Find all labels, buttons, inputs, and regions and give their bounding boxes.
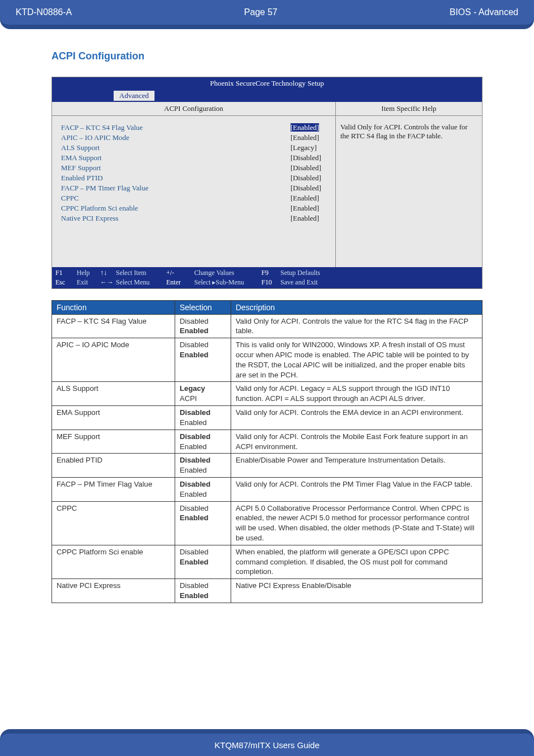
table-body: FACP – KTC S4 Flag ValueDisabledEnabledV… bbox=[52, 314, 483, 603]
table-row: Native PCI ExpressDisabledEnabledNative … bbox=[52, 579, 483, 603]
bios-item-label: APIC – IO APIC Mode bbox=[61, 133, 129, 142]
cell-description: Valid only for ACPI. Controls the Mobile… bbox=[231, 430, 483, 454]
cell-selection: LegacyACPI bbox=[175, 382, 231, 406]
bios-item-value: [Enabled] bbox=[279, 214, 330, 223]
selection-option: Enabled bbox=[180, 350, 226, 360]
cell-function: EMA Support bbox=[52, 406, 175, 430]
bios-item: Enabled PTID[Disabled] bbox=[61, 173, 330, 183]
bios-keys: F1Help↑↓Select Item+/-Change ValuesF9Set… bbox=[52, 267, 482, 288]
cell-description: Valid Only for ACPI. Controls the value … bbox=[231, 314, 483, 338]
selection-option: Disabled bbox=[180, 408, 226, 418]
bios-item-label: Enabled PTID bbox=[61, 174, 103, 183]
bios-tabrow: Advanced bbox=[52, 90, 482, 102]
description-table: Function Selection Description FACP – KT… bbox=[51, 300, 483, 603]
cell-function: Enabled PTID bbox=[52, 454, 175, 478]
bios-item-value: [Enabled] bbox=[279, 204, 330, 213]
bios-item-label: MEF Support bbox=[61, 164, 101, 172]
header-bar: KTD-N0886-A Page 57 BIOS - Advanced bbox=[0, 0, 534, 29]
bios-main: ACPI Configuration FACP – KTC S4 Flag Va… bbox=[52, 102, 482, 267]
bios-right-pane: Item Specific Help Valid Only for ACPI. … bbox=[336, 102, 482, 267]
bios-item: CPPC Platform Sci enable[Enabled] bbox=[61, 203, 330, 213]
table-row: EMA SupportDisabledEnabledValid only for… bbox=[52, 406, 483, 430]
bios-key-cell: F1 bbox=[55, 268, 77, 278]
bios-item-list: FACP – KTC S4 Flag Value[Enabled]APIC – … bbox=[52, 116, 335, 267]
bios-right-title: Item Specific Help bbox=[336, 102, 482, 116]
cell-selection: DisabledEnabled bbox=[175, 545, 231, 578]
cell-selection: DisabledEnabled bbox=[175, 579, 231, 603]
selection-option: ACPI bbox=[180, 394, 226, 404]
cell-selection: DisabledEnabled bbox=[175, 477, 231, 501]
cell-function: APIC – IO APIC Mode bbox=[52, 338, 175, 382]
bios-key-cell: Save and Exit bbox=[280, 278, 342, 287]
bios-key-cell: Enter bbox=[166, 278, 194, 287]
bios-left-title: ACPI Configuration bbox=[52, 102, 335, 116]
header: KTD-N0886-A Page 57 BIOS - Advanced bbox=[0, 0, 534, 25]
bios-item-value: [Disabled] bbox=[279, 153, 330, 162]
selection-option: Disabled bbox=[180, 340, 226, 350]
cell-function: CPPC bbox=[52, 501, 175, 545]
selection-option: Disabled bbox=[180, 432, 226, 442]
content: ACPI Configuration Phoenix SecureCore Te… bbox=[0, 29, 534, 603]
cell-function: CPPC Platform Sci enable bbox=[52, 545, 175, 578]
bios-item-label: CPPC bbox=[61, 194, 79, 203]
table-row: APIC – IO APIC ModeDisabledEnabledThis i… bbox=[52, 338, 483, 382]
bios-item: Native PCI Express[Enabled] bbox=[61, 213, 330, 223]
bios-key-cell: +/- bbox=[166, 268, 194, 278]
bios-key-cell: Select ▸Sub-Menu bbox=[194, 278, 261, 287]
doc-id: KTD-N0886-A bbox=[16, 7, 72, 17]
bios-item-label: EMA Support bbox=[61, 153, 102, 162]
cell-function: ALS Support bbox=[52, 382, 175, 406]
bios-key-cell: Select Menu bbox=[116, 278, 166, 287]
th-function: Function bbox=[52, 300, 175, 314]
bios-key-cell: Esc bbox=[55, 278, 77, 287]
table-row: Enabled PTIDDisabledEnabledEnable/Disabl… bbox=[52, 454, 483, 478]
bios-key-cell: Help bbox=[77, 268, 100, 278]
table-row: FACP – KTC S4 Flag ValueDisabledEnabledV… bbox=[52, 314, 483, 338]
bios-tab-advanced: Advanced bbox=[114, 91, 154, 101]
bios-item-label: Native PCI Express bbox=[61, 214, 119, 223]
selection-option: Enabled bbox=[180, 557, 226, 567]
selection-option: Disabled bbox=[180, 455, 226, 465]
section-name: BIOS - Advanced bbox=[449, 7, 518, 17]
bios-item-label: CPPC Platform Sci enable bbox=[61, 204, 138, 213]
bios-key-cell: Select Item bbox=[116, 268, 166, 278]
bios-keys-row2: EscExit←→Select MenuEnterSelect ▸Sub-Men… bbox=[55, 278, 479, 287]
selection-option: Enabled bbox=[180, 326, 226, 336]
selection-option: Enabled bbox=[180, 465, 226, 475]
bios-item: APIC – IO APIC Mode[Enabled] bbox=[61, 133, 330, 143]
bios-item-value: [Legacy] bbox=[279, 143, 330, 152]
cell-selection: DisabledEnabled bbox=[175, 430, 231, 454]
cell-description: Valid only for ACPI. Legacy = ALS suppor… bbox=[231, 382, 483, 406]
footer-bar: KTQM87/mITX Users Guide bbox=[0, 729, 534, 756]
bios-key-cell: ←→ bbox=[100, 278, 116, 287]
cell-description: Valid only for ACPI. Controls the PM Tim… bbox=[231, 477, 483, 501]
table-row: FACP – PM Timer Flag ValueDisabledEnable… bbox=[52, 477, 483, 501]
bios-help-text: Valid Only for ACPI. Controls the value … bbox=[336, 116, 482, 147]
th-selection: Selection bbox=[175, 300, 231, 314]
bios-item-value: [Enabled] bbox=[279, 123, 330, 132]
cell-function: Native PCI Express bbox=[52, 579, 175, 603]
bios-title: Phoenix SecureCore Technology Setup bbox=[52, 77, 482, 90]
selection-option: Disabled bbox=[180, 503, 226, 514]
table-row: ALS SupportLegacyACPIValid only for ACPI… bbox=[52, 382, 483, 406]
bios-item-value: [Disabled] bbox=[279, 164, 330, 172]
bios-item-value: [Enabled] bbox=[279, 194, 330, 203]
bios-item-value: [Disabled] bbox=[279, 184, 330, 193]
table-row: CPPC Platform Sci enableDisabledEnabledW… bbox=[52, 545, 483, 578]
bios-item-label: FACP – KTC S4 Flag Value bbox=[61, 123, 143, 132]
cell-function: FACP – KTC S4 Flag Value bbox=[52, 314, 175, 338]
selection-option: Disabled bbox=[180, 479, 226, 489]
bios-item-value: [Enabled] bbox=[279, 133, 330, 142]
selection-option: Disabled bbox=[180, 547, 226, 557]
cell-description: This is valid only for WIN2000, Windows … bbox=[231, 338, 483, 382]
bios-item: EMA Support[Disabled] bbox=[61, 153, 330, 163]
page-number: Page 57 bbox=[244, 7, 278, 17]
table-header-row: Function Selection Description bbox=[52, 300, 483, 314]
bios-item: CPPC[Enabled] bbox=[61, 193, 330, 203]
bios-item: FACP – KTC S4 Flag Value[Enabled] bbox=[61, 123, 330, 133]
bios-key-cell: Setup Defaults bbox=[280, 268, 342, 278]
selection-option: Disabled bbox=[180, 316, 226, 326]
cell-selection: DisabledEnabled bbox=[175, 338, 231, 382]
section-title: ACPI Configuration bbox=[51, 50, 483, 62]
bios-left-pane: ACPI Configuration FACP – KTC S4 Flag Va… bbox=[52, 102, 336, 267]
